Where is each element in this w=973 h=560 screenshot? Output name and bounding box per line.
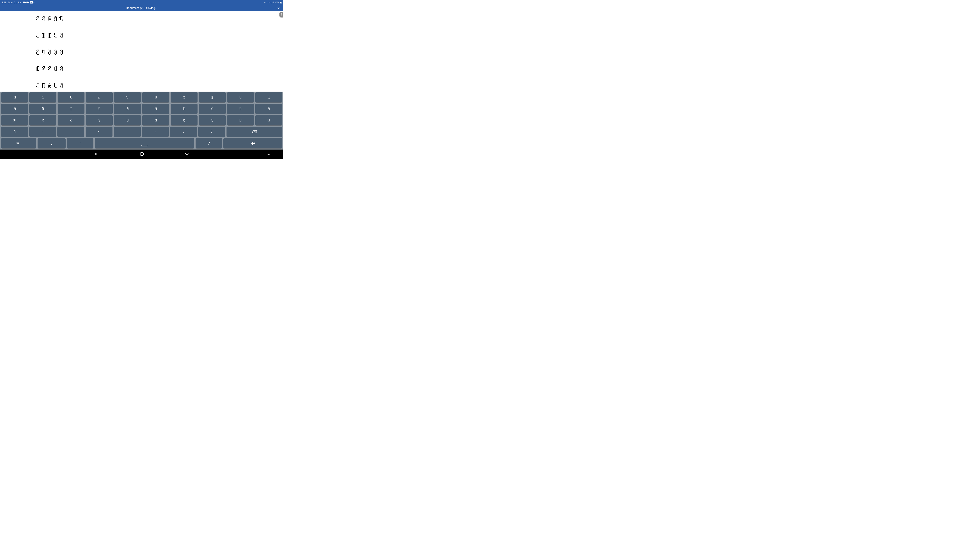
doc-line-5: ᱚᱴᱫᱠᱚ	[36, 82, 247, 89]
space-key[interactable]	[95, 138, 194, 148]
svg-point-18	[268, 153, 269, 153]
key[interactable]: ᱱ	[171, 115, 197, 125]
svg-rect-5	[272, 2, 273, 3]
key-row-2: ᱚ ᱵ ᱰ ᱩ ᱚ ᱚ ᱴ ᱫ ᱠ ᱚ	[1, 103, 283, 114]
svg-rect-7	[273, 2, 274, 3]
document-area[interactable]: ᱚᱚᱜᱚᱯ ᱚᱵᱰᱩᱚ ᱚᱠᱣᱳᱚ ᱵᱝᱚᱢᱚ ᱚᱴᱫᱠᱚ	[0, 11, 283, 93]
svg-point-31	[271, 154, 271, 155]
key[interactable]: ᱡ	[227, 115, 254, 125]
key[interactable]: ᱪ	[255, 92, 282, 102]
svg-rect-11	[281, 2, 282, 3]
keyboard-switch-button[interactable]	[267, 153, 272, 156]
app-icon: ᱚh	[30, 1, 33, 3]
key[interactable]: ᱝ	[171, 92, 197, 102]
accessibility-tab[interactable]	[279, 12, 283, 18]
svg-point-19	[269, 153, 269, 153]
svg-point-20	[270, 153, 270, 153]
camera-icon-2	[27, 2, 29, 3]
chevron-down-icon[interactable]	[277, 6, 280, 10]
key[interactable]: ᱠ	[29, 115, 56, 125]
svg-point-26	[271, 153, 271, 154]
doc-line-3: ᱚᱠᱣᱳᱚ	[36, 48, 247, 56]
keyboard: ᱚ ᱳ ᱜ ᱷ ᱯ ᱵ ᱝ ᱯ ᱢ ᱪ ᱚ ᱵ ᱰ ᱩ ᱚ ᱚ ᱴ ᱫ ᱠ ᱚ …	[0, 92, 283, 150]
svg-point-30	[270, 154, 270, 155]
key-row-1: ᱚ ᱳ ᱜ ᱷ ᱯ ᱵ ᱝ ᱯ ᱢ ᱪ	[1, 92, 283, 102]
key[interactable]: ᱵ	[29, 103, 56, 114]
enter-key[interactable]	[223, 138, 282, 148]
key[interactable]: ᱯ	[199, 92, 226, 102]
key[interactable]: ᱣ	[58, 115, 84, 125]
key[interactable]: ᱵ	[142, 92, 169, 102]
key[interactable]: ᱚ	[255, 103, 282, 114]
key[interactable]: ᱯ	[114, 92, 141, 102]
key[interactable]: ᱚ	[142, 103, 169, 114]
svg-rect-6	[273, 2, 273, 3]
svg-point-24	[269, 153, 269, 154]
key[interactable]: ᱟ	[1, 115, 28, 125]
svg-point-17	[267, 153, 268, 153]
doc-line-4: ᱵᱝᱚᱢᱚ	[36, 65, 247, 73]
status-right: Voo LTE 41%	[264, 1, 282, 4]
battery-icon	[280, 1, 282, 4]
status-bar: 3:49 Sun, 11 Jun ᱚh • Voo LTE 41%	[0, 0, 283, 5]
key[interactable]: ᱚ	[114, 103, 141, 114]
key-row-3: ᱟ ᱠ ᱣ ᱳ ᱚ ᱚ ᱱ ᱫ ᱡ ᱦ	[1, 115, 283, 125]
svg-point-23	[268, 153, 269, 154]
key[interactable]: ᱚ	[142, 115, 169, 125]
key[interactable]: ᱩ	[86, 103, 113, 114]
key[interactable]: ᱢ	[227, 92, 254, 102]
key[interactable]: ᱜ	[58, 92, 84, 102]
svg-rect-8	[274, 1, 274, 3]
comma-key[interactable]: ,	[38, 138, 65, 148]
space-indicator-icon	[142, 145, 147, 147]
key[interactable]: ~	[85, 127, 112, 137]
key[interactable]: ᱧ	[1, 127, 28, 137]
key[interactable]: ᱰ	[58, 103, 84, 114]
key[interactable]: ᱹ	[170, 127, 197, 137]
svg-point-25	[270, 153, 270, 154]
status-app-icons: ᱚh •	[23, 1, 35, 4]
apostrophe-key[interactable]: '	[67, 138, 94, 148]
app-bar: Document (2) - Saving...	[0, 5, 283, 11]
key[interactable]: :	[142, 127, 169, 137]
camera-icon	[23, 2, 26, 3]
signal-icon	[271, 1, 274, 4]
backspace-key[interactable]	[227, 127, 282, 137]
status-dot: •	[33, 1, 35, 4]
svg-point-22	[267, 153, 268, 154]
home-button[interactable]	[140, 152, 144, 157]
key[interactable]: ᱫ	[199, 103, 226, 114]
key[interactable]: ·	[29, 127, 56, 137]
recents-button[interactable]	[95, 152, 99, 157]
back-button[interactable]	[185, 153, 189, 156]
key[interactable]: ᱚ	[1, 103, 28, 114]
symbols-key[interactable]: !#ᱹ	[1, 138, 36, 148]
svg-point-29	[269, 154, 269, 155]
key[interactable]: ᱦ	[255, 115, 282, 125]
key[interactable]: -	[114, 127, 141, 137]
key-row-5: !#ᱹ , ' ?	[1, 138, 283, 148]
svg-point-28	[268, 154, 269, 155]
key[interactable]: ᱴ	[171, 103, 197, 114]
document-title: Document (2) - Saving...	[126, 6, 158, 10]
key[interactable]: ᱳ	[29, 92, 56, 102]
svg-rect-1	[27, 2, 28, 3]
key[interactable]: ᱫ	[199, 115, 226, 125]
key[interactable]: ᱳ	[86, 115, 113, 125]
svg-rect-4	[271, 3, 272, 3]
svg-rect-0	[23, 2, 25, 3]
status-date: Sun, 11 Jun	[8, 1, 22, 4]
key[interactable]: ᱚ	[1, 92, 28, 102]
battery-percent: 41%	[275, 1, 279, 3]
key[interactable]: ᱚ	[114, 115, 141, 125]
key[interactable]: ᱺ	[198, 127, 225, 137]
svg-text:ᱚh: ᱚh	[30, 2, 32, 3]
doc-line-1: ᱚᱚᱜᱚᱯ	[36, 15, 247, 22]
svg-point-27	[267, 154, 268, 155]
nav-bar	[0, 150, 283, 159]
key[interactable]: .	[57, 127, 84, 137]
question-key[interactable]: ?	[196, 138, 222, 148]
status-left: 3:49 Sun, 11 Jun ᱚh •	[2, 1, 34, 4]
key[interactable]: ᱠ	[227, 103, 254, 114]
key[interactable]: ᱷ	[86, 92, 113, 102]
